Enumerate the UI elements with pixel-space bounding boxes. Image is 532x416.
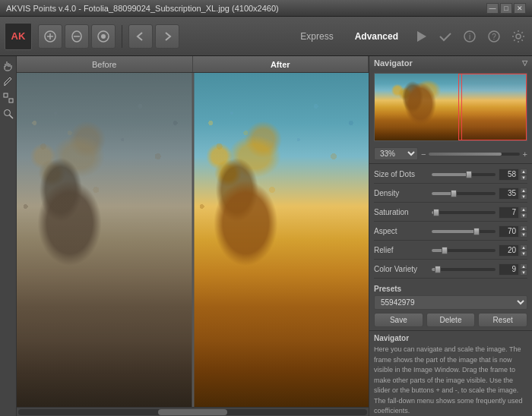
presets-buttons: Save Delete Reset (374, 313, 527, 327)
slider-thumb-1[interactable] (451, 190, 457, 197)
navigator-collapse-button[interactable]: ▽ (522, 59, 527, 67)
save-preset-button[interactable]: Save (374, 313, 423, 327)
slider-value-wrap-5: 9▲▼ (499, 263, 527, 276)
slider-spinner-1: ▲▼ (520, 188, 527, 200)
before-image (17, 73, 193, 407)
slider-thumb-0[interactable] (466, 171, 472, 178)
spin-up-3[interactable]: ▲ (520, 225, 527, 232)
spin-up-0[interactable]: ▲ (520, 169, 527, 175)
slider-label-4: Relief (374, 246, 429, 254)
panel-headers: Before After (17, 56, 369, 73)
slider-track-2[interactable] (432, 211, 496, 214)
zoom-minus-button[interactable]: − (421, 150, 426, 159)
svg-point-12 (4, 110, 10, 116)
back-button[interactable] (128, 24, 153, 49)
svg-point-9 (516, 34, 521, 39)
logo: AK (5, 23, 32, 50)
slider-thumb-2[interactable] (433, 209, 439, 216)
image-viewport[interactable] (17, 73, 369, 407)
spin-down-4[interactable]: ▼ (520, 251, 527, 257)
tool-btn-3[interactable] (91, 24, 116, 49)
slider-label-2: Saturation (374, 208, 429, 216)
slider-row-saturation: Saturation7▲▼ (374, 205, 527, 222)
navigator-frame (458, 74, 527, 140)
dots-overlay-before (17, 73, 193, 407)
slider-value-2[interactable]: 7 (499, 206, 519, 219)
slider-track-0[interactable] (432, 173, 496, 176)
info-text: Here you can navigate and scale the imag… (374, 345, 527, 416)
spin-down-0[interactable]: ▼ (520, 175, 527, 181)
delete-preset-button[interactable]: Delete (426, 313, 476, 327)
scrollbar-thumb[interactable] (158, 409, 228, 415)
slider-value-5[interactable]: 9 (499, 263, 519, 276)
zoom-plus-button[interactable]: + (523, 150, 527, 159)
maximize-button[interactable]: □ (500, 3, 512, 14)
navigator-thumbnail[interactable] (374, 73, 527, 141)
slider-value-3[interactable]: 70 (499, 225, 519, 238)
spin-down-5[interactable]: ▼ (520, 269, 527, 276)
pencil-tool[interactable] (2, 75, 15, 89)
minimize-button[interactable]: — (486, 3, 499, 14)
slider-track-4[interactable] (432, 249, 496, 252)
advanced-mode-button[interactable]: Advanced (347, 28, 406, 45)
help-button[interactable]: ? (485, 27, 503, 46)
slider-spinner-0: ▲▼ (520, 169, 527, 181)
tool-group-1 (38, 24, 116, 49)
presets-select[interactable]: 55942979 (374, 295, 527, 310)
presets-label: Presets (374, 285, 527, 293)
spin-up-5[interactable]: ▲ (520, 263, 527, 269)
info-section: Navigator Here you can navigate and scal… (369, 331, 532, 416)
slider-track-5[interactable] (432, 268, 496, 271)
slider-track-3[interactable] (432, 230, 496, 233)
window-controls: — □ ✕ (486, 3, 526, 14)
slider-label-3: Aspect (374, 227, 429, 235)
slider-value-wrap-2: 7▲▼ (499, 206, 527, 219)
reset-preset-button[interactable]: Reset (478, 313, 527, 327)
slider-value-wrap-3: 70▲▼ (499, 225, 527, 238)
panel-separator[interactable] (192, 73, 194, 407)
dots-overlay-after (193, 73, 369, 407)
express-mode-button[interactable]: Express (293, 28, 340, 45)
slider-label-1: Density (374, 189, 429, 197)
slider-spinner-2: ▲▼ (520, 206, 527, 219)
spin-down-3[interactable]: ▼ (520, 232, 527, 238)
zoom-select[interactable]: 33% 50% 100% (374, 147, 418, 160)
svg-text:?: ? (492, 33, 496, 41)
info-button[interactable]: i (461, 27, 479, 46)
spin-up-1[interactable]: ▲ (520, 188, 527, 194)
slider-thumb-3[interactable] (473, 228, 480, 235)
svg-marker-4 (417, 31, 426, 42)
scrollbar-track[interactable] (18, 409, 367, 415)
zoom-slider[interactable] (429, 153, 519, 156)
tool-btn-2[interactable] (65, 24, 89, 49)
sliders-section: Size of Dots58▲▼Density35▲▼Saturation7▲▼… (369, 164, 532, 282)
slider-thumb-4[interactable] (442, 247, 448, 254)
svg-line-13 (9, 115, 13, 119)
before-image-panel (17, 73, 193, 407)
slider-thumb-5[interactable] (435, 266, 441, 273)
main-content: Before After (0, 56, 532, 416)
zoom-tool[interactable] (2, 107, 15, 121)
run-button[interactable] (412, 27, 430, 46)
app-title: AKVIS Points v.4.0 - Fotolia_88099024_Su… (6, 4, 279, 13)
spin-up-2[interactable]: ▲ (520, 206, 527, 213)
spin-up-4[interactable]: ▲ (520, 244, 527, 251)
forward-button[interactable] (155, 24, 179, 49)
apply-button[interactable] (436, 27, 454, 46)
info-title: Navigator (374, 334, 527, 342)
area-tool[interactable] (2, 91, 15, 105)
settings-button[interactable] (509, 27, 527, 46)
navigator-header: Navigator ▽ (369, 56, 532, 70)
close-button[interactable]: ✕ (514, 3, 526, 14)
slider-value-0[interactable]: 58 (499, 169, 519, 181)
slider-track-1[interactable] (432, 192, 496, 195)
spin-down-1[interactable]: ▼ (520, 194, 527, 200)
slider-value-4[interactable]: 20 (499, 244, 519, 257)
zoom-slider-track (429, 153, 501, 156)
horizontal-scrollbar[interactable] (17, 407, 369, 416)
right-panel: Navigator ▽ 33% 50% 100% − + (369, 56, 532, 416)
hand-tool[interactable] (2, 59, 15, 73)
slider-value-1[interactable]: 35 (499, 188, 519, 200)
spin-down-2[interactable]: ▼ (520, 213, 527, 219)
tool-btn-1[interactable] (38, 24, 62, 49)
